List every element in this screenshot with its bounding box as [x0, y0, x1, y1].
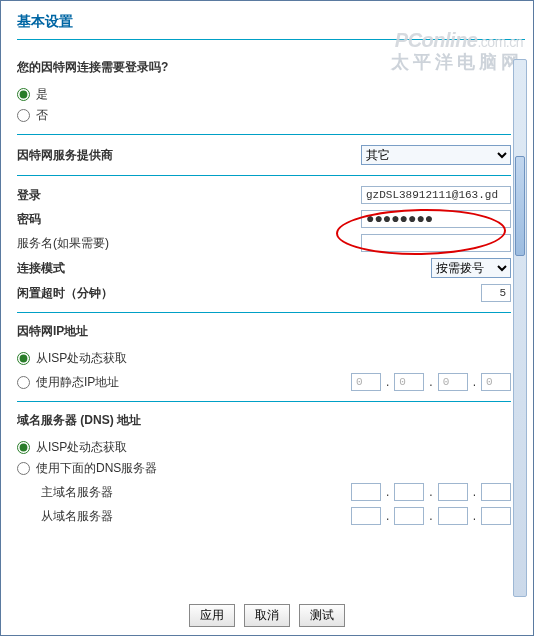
- isp-select[interactable]: 其它: [361, 145, 511, 165]
- login-yes-radio[interactable]: [17, 88, 30, 101]
- connection-mode-select[interactable]: 按需拨号: [431, 258, 511, 278]
- scrollbar-thumb[interactable]: [515, 156, 525, 256]
- login-required-question: 您的因特网连接需要登录吗?: [17, 59, 511, 76]
- ip-octet-3[interactable]: [438, 373, 468, 391]
- scrollbar[interactable]: [513, 59, 527, 597]
- idle-timeout-label: 闲置超时（分钟）: [17, 285, 197, 302]
- dns1-octet-3[interactable]: [438, 483, 468, 501]
- dns1-octet-1[interactable]: [351, 483, 381, 501]
- ip-static-radio[interactable]: [17, 376, 30, 389]
- ip-heading: 因特网IP地址: [17, 323, 511, 340]
- password-input[interactable]: [361, 210, 511, 228]
- divider: [17, 401, 511, 402]
- dns2-octet-2[interactable]: [394, 507, 424, 525]
- dns-secondary-group: . . .: [351, 507, 511, 525]
- ip-dynamic-radio[interactable]: [17, 352, 30, 365]
- dns-primary-label: 主域名服务器: [41, 484, 221, 501]
- dns-secondary-label: 从域名服务器: [41, 508, 221, 525]
- dns1-octet-2[interactable]: [394, 483, 424, 501]
- dns-dynamic-radio[interactable]: [17, 441, 30, 454]
- isp-label: 因特网服务提供商: [17, 147, 197, 164]
- dns2-octet-3[interactable]: [438, 507, 468, 525]
- page-title: 基本设置: [17, 13, 525, 31]
- password-label: 密码: [17, 211, 197, 228]
- apply-button[interactable]: 应用: [189, 604, 235, 627]
- ip-octet-1[interactable]: [351, 373, 381, 391]
- dns1-octet-4[interactable]: [481, 483, 511, 501]
- dns-static-radio[interactable]: [17, 462, 30, 475]
- content-area: 您的因特网连接需要登录吗? 是 否 因特网服务提供商 其它 登: [17, 59, 511, 597]
- dns2-octet-4[interactable]: [481, 507, 511, 525]
- static-ip-group: . . .: [351, 373, 511, 391]
- login-no-label: 否: [36, 107, 48, 124]
- footer-buttons: 应用 取消 测试: [1, 604, 533, 627]
- dns-static-label: 使用下面的DNS服务器: [36, 460, 157, 477]
- connection-mode-label: 连接模式: [17, 260, 197, 277]
- dns2-octet-1[interactable]: [351, 507, 381, 525]
- idle-timeout-input[interactable]: [481, 284, 511, 302]
- service-name-label: 服务名(如果需要): [17, 235, 197, 252]
- divider: [17, 39, 525, 40]
- ip-static-label: 使用静态IP地址: [36, 374, 119, 391]
- divider: [17, 175, 511, 176]
- test-button[interactable]: 测试: [299, 604, 345, 627]
- login-no-radio[interactable]: [17, 109, 30, 122]
- ip-octet-2[interactable]: [394, 373, 424, 391]
- login-yes-label: 是: [36, 86, 48, 103]
- ip-dynamic-label: 从ISP处动态获取: [36, 350, 127, 367]
- login-label: 登录: [17, 187, 197, 204]
- dns-dynamic-label: 从ISP处动态获取: [36, 439, 127, 456]
- cancel-button[interactable]: 取消: [244, 604, 290, 627]
- dns-heading: 域名服务器 (DNS) 地址: [17, 412, 511, 429]
- dns-primary-group: . . .: [351, 483, 511, 501]
- ip-octet-4[interactable]: [481, 373, 511, 391]
- divider: [17, 312, 511, 313]
- login-input[interactable]: [361, 186, 511, 204]
- service-name-input[interactable]: [361, 234, 511, 252]
- divider: [17, 134, 511, 135]
